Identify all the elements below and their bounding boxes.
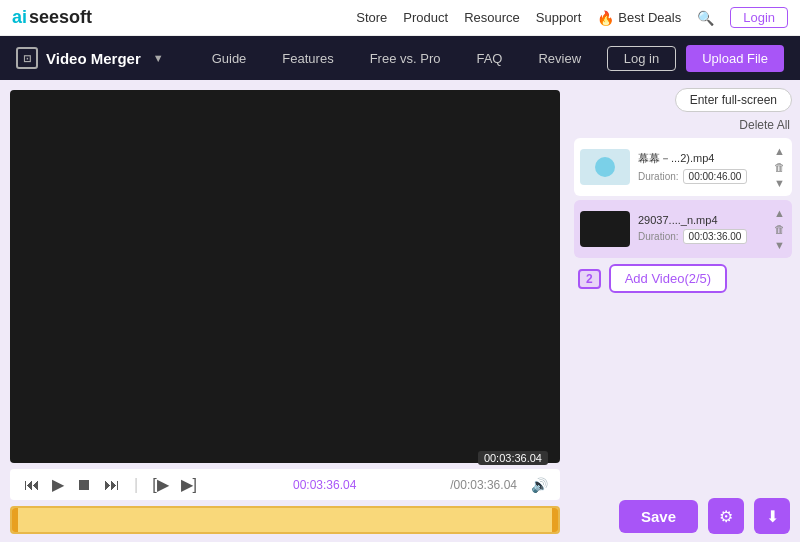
download-icon: ⬇ [766,507,779,526]
app-nav-actions: Log in Upload File [607,45,784,72]
nav-best-deals[interactable]: 🔥 Best Deals [597,10,681,26]
duration-label-2: Duration: [638,231,679,242]
nav-support[interactable]: Support [536,10,582,25]
top-nav-links: Store Product Resource Support 🔥 Best De… [356,7,788,28]
brand-icon: ⊡ [16,47,38,69]
top-nav: aiseesoft Store Product Resource Support… [0,0,800,36]
main-content: 00:03:36.04 ⏮ ▶ ⏹ ⏭ | [▶ ▶] 00:03:36.04/… [0,80,800,542]
best-deals-label: Best Deals [618,10,681,25]
file-item-1[interactable]: 幕幕－...2).mp4 Duration: 00:00:46.00 ▲ 🗑 ▼ [574,138,792,196]
appnav-features[interactable]: Features [264,36,351,80]
timeline-handle-right[interactable] [552,508,558,532]
duration-label-1: Duration: [638,171,679,182]
controls-bar: ⏮ ▶ ⏹ ⏭ | [▶ ▶] 00:03:36.04/00:03:36.04 … [10,469,560,500]
logo-rest: seesoft [29,7,92,28]
clip-start-button[interactable]: [▶ [150,475,170,494]
flame-icon: 🔥 [597,10,614,26]
file-name-2: 29037...._n.mp4 [638,214,765,226]
delete-all-button[interactable]: Delete All [574,118,792,132]
nav-resource[interactable]: Resource [464,10,520,25]
thumb-circle-1 [595,157,615,177]
file-duration-2: Duration: 00:03:36.00 [638,229,765,244]
move-up-button-1[interactable]: ▲ [773,144,786,158]
nav-product[interactable]: Product [403,10,448,25]
fast-forward-button[interactable]: ⏭ [102,476,122,494]
delete-button-1[interactable]: 🗑 [773,160,786,174]
move-down-button-1[interactable]: ▼ [773,176,786,190]
rewind-button[interactable]: ⏮ [22,476,42,494]
right-panel: Enter full-screen Delete All 幕幕－...2).mp… [570,80,800,542]
app-brand: ⊡ Video Merger ▼ [16,47,164,69]
play-button[interactable]: ▶ [50,475,66,494]
logo-ai: ai [12,7,27,28]
move-up-button-2[interactable]: ▲ [773,206,786,220]
add-video-button[interactable]: Add Video(2/5) [609,264,728,293]
login-button-app[interactable]: Log in [607,46,676,71]
gear-icon: ⚙ [719,507,733,526]
file-duration-1: Duration: 00:00:46.00 [638,169,765,184]
appnav-guide[interactable]: Guide [194,36,265,80]
chevron-down-icon[interactable]: ▼ [153,52,164,64]
delete-button-2[interactable]: 🗑 [773,222,786,236]
file-name-1: 幕幕－...2).mp4 [638,151,765,166]
save-button[interactable]: Save [619,500,698,533]
time-total: /00:03:36.04 [450,478,517,492]
logo: aiseesoft [12,7,92,28]
settings-button[interactable]: ⚙ [708,498,744,534]
timeline-handle-left[interactable] [12,508,18,532]
timeline-bar[interactable] [10,506,560,534]
file-actions-2: ▲ 🗑 ▼ [773,206,786,252]
time-current: 00:03:36.04 [293,478,356,492]
file-actions-1: ▲ 🗑 ▼ [773,144,786,190]
move-down-button-2[interactable]: ▼ [773,238,786,252]
fullscreen-button[interactable]: Enter full-screen [675,88,792,112]
video-preview [10,90,560,463]
bottom-actions: Save ⚙ ⬇ [574,494,792,534]
duration-value-1: 00:00:46.00 [683,169,748,184]
search-icon[interactable]: 🔍 [697,10,714,26]
appnav-faq[interactable]: FAQ [458,36,520,80]
volume-icon[interactable]: 🔊 [531,477,548,493]
upload-file-button[interactable]: Upload File [686,45,784,72]
file-info-2: 29037...._n.mp4 Duration: 00:03:36.00 [638,214,765,244]
login-button-top[interactable]: Login [730,7,788,28]
nav-store[interactable]: Store [356,10,387,25]
appnav-free-vs-pro[interactable]: Free vs. Pro [352,36,459,80]
timestamp-badge: 00:03:36.04 [478,451,548,465]
clip-end-button[interactable]: ▶] [179,475,199,494]
add-video-number: 2 [578,269,601,289]
left-panel: 00:03:36.04 ⏮ ▶ ⏹ ⏭ | [▶ ▶] 00:03:36.04/… [0,80,570,542]
stop-button[interactable]: ⏹ [74,476,94,494]
separator: | [134,476,138,494]
brand-label: Video Merger [46,50,141,67]
file-item-2[interactable]: 29037...._n.mp4 Duration: 00:03:36.00 ▲ … [574,200,792,258]
file-thumb-1 [580,149,630,185]
duration-value-2: 00:03:36.00 [683,229,748,244]
file-info-1: 幕幕－...2).mp4 Duration: 00:00:46.00 [638,151,765,184]
file-list: 幕幕－...2).mp4 Duration: 00:00:46.00 ▲ 🗑 ▼ [574,138,792,488]
download-button[interactable]: ⬇ [754,498,790,534]
appnav-review[interactable]: Review [520,36,599,80]
add-video-wrapper: 2 Add Video(2/5) [574,262,792,295]
controls-wrapper: 00:03:36.04 ⏮ ▶ ⏹ ⏭ | [▶ ▶] 00:03:36.04/… [10,469,560,500]
file-thumb-2 [580,211,630,247]
app-nav-links: Guide Features Free vs. Pro FAQ Review [194,36,607,80]
app-nav: ⊡ Video Merger ▼ Guide Features Free vs.… [0,36,800,80]
